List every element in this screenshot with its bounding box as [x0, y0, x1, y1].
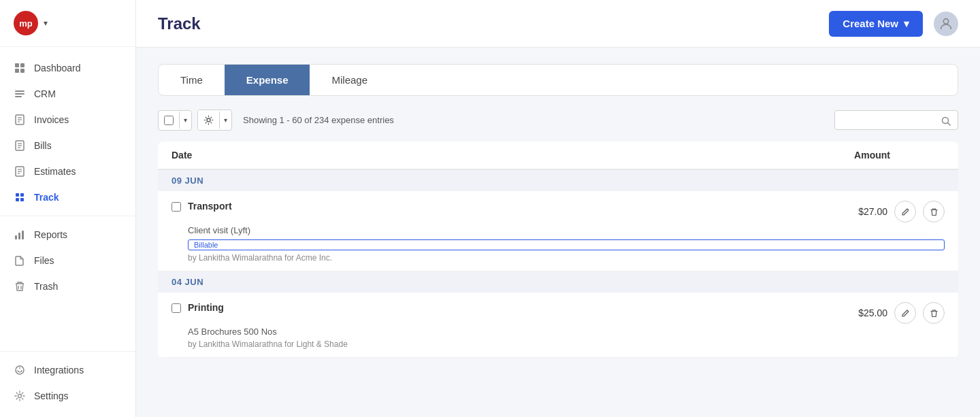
expense-description: A5 Brochures 500 Nos: [188, 327, 945, 337]
svg-point-26: [16, 366, 24, 374]
sidebar-item-files[interactable]: Files: [0, 248, 135, 273]
svg-rect-22: [20, 198, 24, 201]
create-new-chevron-icon: ▾: [904, 18, 909, 30]
sidebar-item-label: Files: [34, 255, 54, 266]
sidebar-divider-2: [0, 351, 135, 352]
actions-dropdown[interactable]: ▾: [197, 110, 232, 131]
sidebar-item-label: Dashboard: [34, 63, 81, 73]
sidebar-bottom: Integrations Settings: [0, 337, 135, 417]
expense-description: Client visit (Lyft): [188, 225, 945, 235]
estimates-icon: [14, 165, 26, 178]
bills-icon: [14, 139, 26, 152]
svg-rect-5: [15, 93, 24, 95]
sidebar-item-label: Invoices: [34, 114, 69, 125]
sidebar-item-estimates[interactable]: Estimates: [0, 159, 135, 184]
expense-amount: $25.00: [840, 307, 887, 318]
toolbar: ▾ ▾ Showing 1 - 60 of 234 expense entrie…: [158, 110, 958, 131]
column-date: Date: [172, 150, 192, 161]
svg-rect-19: [16, 193, 19, 197]
billable-badge: Billable: [188, 239, 945, 250]
select-all-dropdown-arrow[interactable]: ▾: [179, 112, 191, 129]
reports-icon: [14, 229, 26, 241]
sidebar-item-label: Bills: [34, 140, 52, 151]
logo-chevron-icon[interactable]: ▾: [44, 18, 48, 28]
actions-dropdown-arrow[interactable]: ▾: [219, 112, 231, 129]
delete-button[interactable]: [923, 302, 945, 324]
create-new-button[interactable]: Create New ▾: [829, 11, 923, 37]
sidebar-logo[interactable]: mp ▾: [0, 0, 135, 47]
search-icon: [941, 114, 951, 125]
svg-rect-1: [20, 63, 24, 67]
trash-icon: [14, 280, 26, 293]
expense-table: Date Amount 09 JUN Transport $27.00: [158, 141, 958, 358]
expense-checkbox[interactable]: [172, 303, 181, 313]
sidebar-item-label: Settings: [34, 390, 69, 401]
sidebar-item-label: Trash: [34, 281, 58, 292]
crm-icon: [14, 88, 26, 100]
sidebar-divider: [0, 216, 135, 216]
integrations-icon: [14, 364, 26, 376]
svg-rect-2: [15, 69, 19, 73]
sidebar-item-invoices[interactable]: Invoices: [0, 107, 135, 133]
column-amount: Amount: [854, 150, 890, 161]
table-row: Transport $27.00: [158, 191, 958, 271]
sidebar-item-bills[interactable]: Bills: [0, 133, 135, 159]
search-box[interactable]: [834, 110, 958, 129]
edit-button[interactable]: [894, 302, 916, 324]
sidebar-nav: Dashboard CRM Invoices: [0, 47, 135, 337]
sidebar-item-trash[interactable]: Trash: [0, 273, 135, 299]
select-all-dropdown[interactable]: ▾: [158, 110, 192, 131]
svg-rect-20: [20, 193, 24, 197]
svg-line-32: [948, 122, 951, 125]
sidebar-item-label: Track: [34, 192, 59, 203]
expense-row-top: Transport $27.00: [172, 201, 945, 222]
sidebar-item-dashboard[interactable]: Dashboard: [0, 55, 135, 81]
expense-row-left: Printing: [172, 302, 840, 313]
create-new-label: Create New: [843, 18, 898, 29]
table-row: Printing $25.00: [158, 293, 958, 358]
select-all-checkbox[interactable]: [164, 116, 174, 125]
actions-gear-button[interactable]: [198, 110, 219, 130]
dashboard-icon: [14, 62, 26, 74]
svg-point-30: [207, 118, 210, 122]
edit-button[interactable]: [894, 201, 916, 222]
sidebar-item-label: CRM: [34, 88, 56, 99]
svg-rect-21: [16, 198, 19, 201]
svg-point-28: [18, 395, 22, 398]
svg-rect-25: [22, 231, 24, 239]
expense-category: Printing: [188, 302, 224, 313]
tab-mileage[interactable]: Mileage: [310, 65, 389, 95]
expense-row-top: Printing $25.00: [172, 302, 945, 324]
invoices-icon: [14, 114, 26, 126]
expense-checkbox[interactable]: [172, 202, 181, 212]
sidebar: mp ▾ Dashboard CRM: [0, 0, 136, 417]
sidebar-item-label: Integrations: [34, 365, 84, 376]
sidebar-item-integrations[interactable]: Integrations: [0, 357, 135, 383]
search-input[interactable]: [842, 114, 937, 125]
tab-expense[interactable]: Expense: [225, 65, 310, 95]
main-content: Track Create New ▾ Time Expense Mileage: [136, 0, 980, 417]
svg-rect-24: [18, 233, 20, 239]
svg-point-27: [19, 367, 20, 369]
expense-row-right: $25.00: [840, 302, 945, 324]
page-title: Track: [158, 14, 201, 33]
avatar[interactable]: [934, 12, 958, 36]
toolbar-left: ▾ ▾ Showing 1 - 60 of 234 expense entrie…: [158, 110, 394, 131]
date-group-04jun: 04 JUN: [158, 271, 958, 293]
expense-amount: $27.00: [840, 206, 887, 217]
expense-row-right: $27.00: [840, 201, 945, 222]
svg-rect-0: [15, 63, 19, 67]
delete-button[interactable]: [923, 201, 945, 222]
sidebar-item-track[interactable]: Track: [0, 184, 135, 210]
files-icon: [14, 254, 26, 267]
sidebar-item-reports[interactable]: Reports: [0, 222, 135, 248]
tab-time[interactable]: Time: [159, 65, 225, 95]
table-header: Date Amount: [158, 141, 958, 170]
svg-point-29: [943, 18, 948, 23]
svg-rect-23: [15, 235, 17, 239]
settings-icon: [14, 390, 26, 402]
expense-category: Transport: [188, 201, 232, 212]
select-all-checkbox-wrapper[interactable]: [159, 111, 179, 130]
sidebar-item-settings[interactable]: Settings: [0, 383, 135, 409]
sidebar-item-crm[interactable]: CRM: [0, 81, 135, 107]
